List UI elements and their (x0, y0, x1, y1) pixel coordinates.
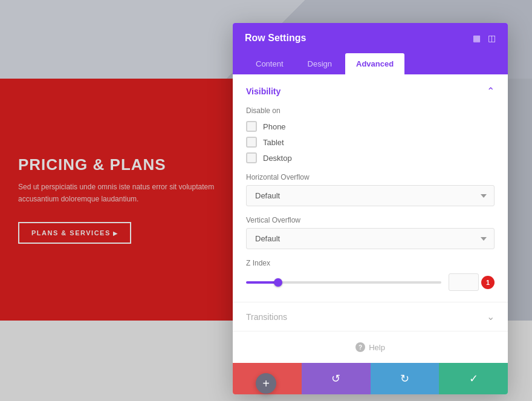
checkbox-desktop[interactable] (246, 152, 257, 163)
panel-header: Row Settings ▦ ◫ (233, 23, 508, 53)
tab-content[interactable]: Content (245, 53, 294, 74)
checkbox-tablet[interactable] (246, 137, 257, 148)
disable-on-label: Disable on (246, 106, 495, 115)
checkbox-tablet-row: Tablet (246, 137, 495, 148)
transitions-title: Transitions (246, 312, 287, 322)
transitions-header[interactable]: Transitions ⌄ (246, 311, 495, 322)
panel-body: Visibility ⌃ Disable on Phone Tablet Des… (233, 74, 508, 363)
plus-button[interactable]: + (256, 373, 276, 394)
tab-design[interactable]: Design (297, 53, 343, 74)
checkbox-tablet-label: Tablet (263, 138, 284, 147)
z-index-section: Z Index 99 1 (246, 259, 495, 291)
visibility-section: Visibility ⌃ Disable on Phone Tablet Des… (233, 74, 508, 302)
save-button[interactable]: ✓ (439, 363, 508, 394)
redo-button[interactable]: ↻ (371, 363, 440, 394)
horizontal-overflow-label: Horizontal Overflow (246, 173, 495, 181)
z-index-slider-row: 99 1 (246, 273, 495, 291)
panel-title: Row Settings (245, 33, 306, 44)
vertical-overflow-group: Vertical Overflow Default Hidden Scroll … (246, 216, 495, 249)
z-index-input-wrapper: 99 1 (449, 273, 495, 291)
visibility-toggle-icon[interactable]: ⌃ (487, 85, 495, 97)
z-index-badge: 1 (481, 276, 495, 289)
visibility-section-header: Visibility ⌃ (246, 85, 495, 97)
transitions-section: Transitions ⌄ (233, 302, 508, 331)
checkbox-desktop-label: Desktop (263, 154, 292, 163)
checkbox-phone[interactable] (246, 121, 257, 132)
help-question-icon: ? (355, 342, 365, 352)
z-index-input[interactable]: 99 (449, 273, 479, 291)
z-index-slider[interactable] (246, 281, 441, 284)
undo-button[interactable]: ↺ (302, 363, 371, 394)
checkbox-phone-label: Phone (263, 122, 286, 131)
columns-icon[interactable]: ◫ (488, 33, 496, 43)
visibility-section-title: Visibility (246, 86, 281, 96)
vertical-overflow-select[interactable]: Default Hidden Scroll Auto Visible (246, 228, 495, 249)
help-link[interactable]: ? Help (246, 342, 495, 352)
transitions-chevron-down-icon: ⌄ (487, 311, 495, 322)
help-section: ? Help (233, 331, 508, 363)
checkbox-desktop-row: Desktop (246, 152, 495, 163)
horizontal-overflow-select[interactable]: Default Hidden Scroll Auto Visible (246, 185, 495, 206)
tab-advanced[interactable]: Advanced (345, 53, 404, 74)
settings-icon[interactable]: ▦ (473, 33, 481, 43)
z-index-label: Z Index (246, 259, 495, 267)
panel-tabs: Content Design Advanced (233, 53, 508, 74)
row-settings-panel: Row Settings ▦ ◫ Content Design Advanced… (233, 23, 508, 394)
help-label: Help (369, 343, 385, 352)
vertical-overflow-label: Vertical Overflow (246, 216, 495, 224)
panel-header-icons: ▦ ◫ (473, 33, 496, 43)
checkbox-phone-row: Phone (246, 121, 495, 132)
horizontal-overflow-group: Horizontal Overflow Default Hidden Scrol… (246, 173, 495, 206)
